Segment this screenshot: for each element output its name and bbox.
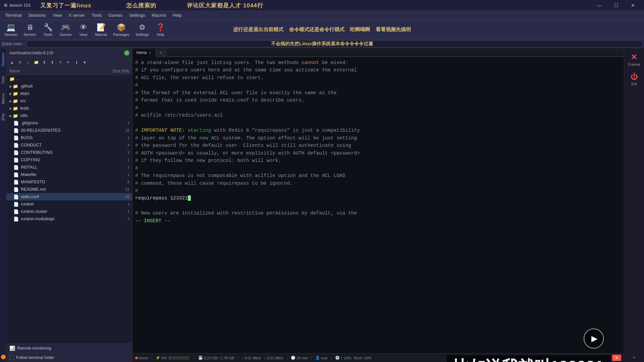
- file-item-gitignore[interactable]: 📄 .gitignore 1: [7, 119, 132, 127]
- menu-xserver[interactable]: X server: [65, 12, 88, 18]
- file-item-manifesto[interactable]: 📄 MANIFESTO 6: [7, 178, 132, 186]
- file-item-copying[interactable]: 📄 COPYING 1: [7, 156, 132, 164]
- col-size-header: Size (KB): [103, 69, 129, 73]
- follow-terminal-bar[interactable]: Follow terminal folder: [7, 353, 132, 362]
- file-icon: 📄: [13, 217, 19, 222]
- terminal-tab-new[interactable]: +: [156, 49, 166, 56]
- ft-refresh[interactable]: ↻: [16, 59, 24, 66]
- menu-tools[interactable]: Tools: [88, 12, 105, 18]
- file-item-tests[interactable]: ▶ 📁 tests: [7, 105, 132, 112]
- sidebar-tab-tools[interactable]: Tools: [1, 75, 6, 85]
- tb-settings[interactable]: ⚙Settings: [133, 22, 152, 38]
- monitor-icon: 📊: [9, 346, 15, 351]
- terminal-cursor: [188, 195, 191, 201]
- ft-info[interactable]: ℹ: [73, 59, 80, 66]
- quick-connect-input[interactable]: [26, 41, 642, 47]
- status-cpu: ⚡ 0%: [156, 356, 191, 360]
- folder-icon: 📁: [13, 113, 19, 118]
- file-list[interactable]: 📁 .. ▶ 📁 .github ▶ 📁 deps ▶ 📁 src: [7, 75, 132, 343]
- term-insert-mode: -- INSERT --: [135, 217, 621, 225]
- term-line-2: # if you configure users here and at the…: [135, 66, 621, 74]
- menu-terminal[interactable]: Terminal: [2, 12, 25, 18]
- file-item-src[interactable]: ▶ 📁 src: [7, 97, 132, 105]
- sidebar-tab-macros[interactable]: Macros: [1, 92, 6, 106]
- maximize-button[interactable]: ☐: [608, 0, 624, 11]
- tb-session[interactable]: 💻Session: [2, 22, 20, 38]
- tb-packages[interactable]: 📦Packages: [111, 22, 132, 38]
- file-item-parent[interactable]: 📁 ..: [7, 75, 132, 82]
- tb-help[interactable]: ❓Help: [152, 22, 169, 38]
- file-item-runtest-cluster[interactable]: 📄 runtest-cluster 1: [7, 208, 132, 215]
- file-item-contributing[interactable]: 📄 CONTRIBUTING 3: [7, 149, 132, 156]
- file-icon: 📄: [13, 150, 19, 155]
- ft-rename[interactable]: ✏: [65, 59, 72, 66]
- file-item-redisconf[interactable]: 📄 redis.conf 91: [7, 193, 132, 200]
- status-time: 🕐 24 min: [291, 356, 308, 360]
- terminal-content[interactable]: # a stand-alone file just listing users.…: [132, 57, 624, 353]
- remote-monitoring-bar[interactable]: 📊 Remote monitoring: [7, 343, 132, 353]
- file-icon: 📄: [13, 209, 19, 214]
- ft-new-folder[interactable]: 📁: [33, 59, 40, 66]
- term-line-7: #: [135, 104, 621, 112]
- tab-close-icon[interactable]: ✕: [149, 51, 151, 55]
- tb-games[interactable]: 🎮Games: [57, 22, 74, 38]
- file-item-makefile[interactable]: 📄 Makefile 1: [7, 171, 132, 178]
- minimize-button[interactable]: —: [592, 0, 607, 11]
- term-line-6: # format that is used inside redis.conf …: [135, 97, 621, 104]
- follow-terminal-checkbox[interactable]: [9, 355, 14, 360]
- menu-view[interactable]: View: [49, 12, 65, 18]
- file-icon: 📄: [13, 180, 19, 185]
- file-item-github[interactable]: ▶ 📁 .github: [7, 82, 132, 90]
- term-line-requirepass: requirepass 123321: [135, 194, 621, 202]
- file-item-runtest-moduleapi[interactable]: 📄 runtest-moduleapi 1: [7, 215, 132, 223]
- netdown-icon: ↓: [264, 356, 266, 360]
- tb-servers[interactable]: 🖥Servers: [21, 22, 39, 38]
- cpu-bar-fill: [169, 356, 169, 360]
- file-item-releasenotes[interactable]: 📄 00-RELEASENOTES 32: [7, 127, 132, 134]
- window-controls[interactable]: — ☐ ✕: [592, 0, 641, 11]
- term-line-17: #: [135, 187, 621, 194]
- xserver-edit-icon: ✏: [633, 356, 636, 359]
- file-icon: 📄: [13, 135, 19, 140]
- file-icon: 📄: [13, 121, 19, 126]
- ft-up-arrow[interactable]: ▲: [8, 59, 16, 66]
- folder-icon: 📁: [13, 99, 19, 104]
- sidebar-tab-sftp[interactable]: SFtp: [1, 112, 6, 122]
- file-item-runtest[interactable]: 📄 runtest 1: [7, 200, 132, 208]
- status-close-btn[interactable]: ✕: [612, 355, 621, 361]
- menu-sessions[interactable]: Sessions: [25, 12, 49, 18]
- expand-arrow-icon: ▶: [9, 114, 12, 118]
- file-icon: 📄: [13, 143, 19, 148]
- menu-help[interactable]: Help: [169, 12, 185, 18]
- play-button[interactable]: [584, 328, 604, 349]
- xserver-button[interactable]: ✕ X server: [627, 52, 642, 68]
- ft-home[interactable]: ⌂: [24, 59, 32, 66]
- close-button[interactable]: ✕: [625, 0, 641, 11]
- parent-folder-icon: 📁: [9, 76, 15, 81]
- menu-settings[interactable]: Settings: [126, 12, 149, 18]
- tb-tools[interactable]: 🔧Tools: [40, 22, 56, 38]
- file-item-utils[interactable]: ▶ 📁 utils: [7, 112, 132, 119]
- file-item-bugs[interactable]: 📄 BUGS 1: [7, 134, 132, 141]
- file-item-conduct[interactable]: 📄 CONDUCT 4: [7, 141, 132, 149]
- ft-upload[interactable]: ⬆: [41, 59, 48, 66]
- file-icon: 📄: [13, 128, 19, 133]
- ft-download[interactable]: ⬇: [49, 59, 56, 66]
- new-tab-icon: +: [160, 50, 162, 55]
- file-icon: 📄: [13, 187, 19, 192]
- ft-delete[interactable]: ✕: [57, 59, 64, 66]
- file-item-deps[interactable]: ▶ 📁 deps: [7, 90, 132, 97]
- menu-macros[interactable]: Macros: [148, 12, 169, 18]
- file-item-readme[interactable]: 📄 README.md 21: [7, 186, 132, 193]
- term-line-14: #: [135, 165, 621, 172]
- tb-macros[interactable]: 📝Macros: [93, 22, 110, 38]
- file-item-install[interactable]: 📄 INSTALL 1: [7, 164, 132, 171]
- menu-games[interactable]: Games: [105, 12, 126, 18]
- tab-bar: hema ✕ +: [132, 48, 624, 57]
- sidebar-tab-sessions[interactable]: Sessions: [1, 52, 6, 68]
- ft-bookmark[interactable]: ★: [81, 59, 88, 66]
- exit-button[interactable]: ⏻ Exit: [629, 71, 639, 87]
- expand-arrow-icon: ▶: [9, 107, 12, 110]
- terminal-tab-hema[interactable]: hema ✕: [132, 49, 156, 57]
- tb-view[interactable]: 👁View: [75, 22, 92, 38]
